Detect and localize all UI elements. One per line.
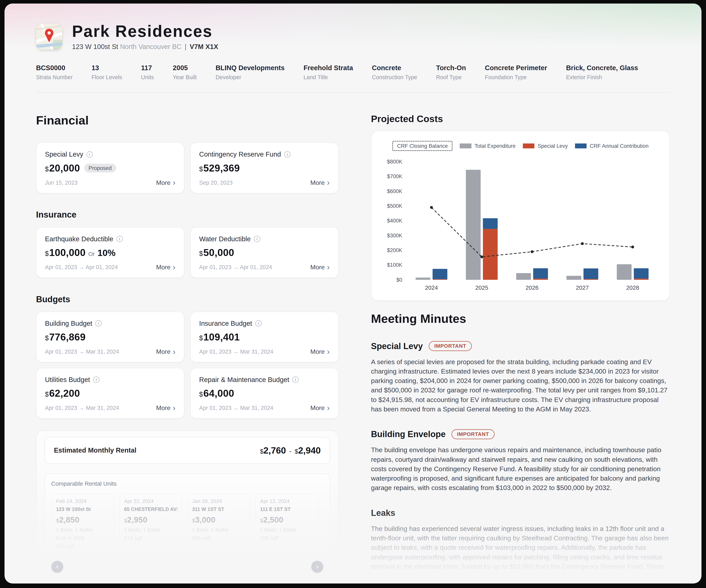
svg-text:$300K: $300K bbox=[387, 233, 402, 239]
card-title: Building Budget bbox=[45, 320, 92, 327]
stat-value: Brick, Concrete, Glass bbox=[566, 64, 638, 72]
more-button[interactable]: More › bbox=[310, 404, 329, 412]
page-title: Park Residences bbox=[72, 23, 218, 40]
legend-item: CRF Closing Balance bbox=[392, 141, 453, 151]
legend-item: CRF Annual Contribution bbox=[575, 143, 649, 149]
unit-beds-baths: 1 Beds, 1 Baths bbox=[56, 527, 110, 533]
more-button[interactable]: More › bbox=[156, 263, 175, 271]
more-button[interactable]: More › bbox=[310, 263, 329, 271]
info-icon[interactable]: i bbox=[86, 151, 93, 158]
address-street: 123 W 100st St bbox=[72, 43, 118, 50]
stat-value: Concrete bbox=[372, 64, 417, 72]
chevron-right-icon: › bbox=[173, 263, 175, 271]
stat-value: BLINQ Developments bbox=[215, 64, 284, 72]
more-button[interactable]: More › bbox=[310, 178, 329, 186]
unit-address: 65 CHESTERFIELD AVE bbox=[124, 506, 178, 512]
chevron-right-icon: › bbox=[173, 348, 175, 356]
financial-card: Special Levy i $ 20,000 Proposed Jun 15,… bbox=[36, 142, 185, 193]
info-icon[interactable]: i bbox=[292, 377, 299, 383]
unit-sqft: 674 sqft bbox=[124, 535, 178, 541]
amount-currency: $ bbox=[199, 165, 203, 173]
rental-estimate-card: Estimated Monthly Rental $2,760 - $2,940 bbox=[44, 437, 330, 464]
financial-cards: Special Levy i $ 20,000 Proposed Jun 15,… bbox=[36, 142, 339, 193]
card-title: Water Deductible bbox=[199, 235, 251, 243]
unit-date: Feb 14, 2024 bbox=[56, 498, 110, 504]
budget-card: Utilities Budget i $ 62,200 Apr 01, 2023… bbox=[36, 368, 185, 419]
stat-item: BLINQ Developments Developer bbox=[215, 64, 284, 80]
carousel-next-button[interactable]: › bbox=[311, 561, 323, 573]
financial-column: Financial Special Levy i $ 20,000 bbox=[36, 102, 339, 584]
unit-price: $2,500 bbox=[260, 515, 313, 524]
card-date: Apr 01, 2023 → Apr 01, 2024 bbox=[199, 264, 272, 270]
unit-built: Built in 2005 bbox=[56, 535, 110, 541]
minutes-text: The building envelope has undergone vari… bbox=[371, 445, 670, 492]
stat-value: 117 bbox=[141, 64, 154, 72]
stat-item: Freehold Strata Land Title bbox=[304, 64, 353, 80]
svg-text:$100K: $100K bbox=[387, 262, 402, 268]
svg-text:2028: 2028 bbox=[626, 284, 639, 291]
financial-card: Contingency Reserve Fund i $ 529,369 Sep bbox=[190, 142, 339, 193]
chevron-right-icon: › bbox=[327, 263, 330, 271]
amount-currency: $ bbox=[199, 250, 203, 257]
minutes-section: Building Envelope IMPORTANT The building… bbox=[371, 429, 670, 492]
card-date: Sep 20, 2023 bbox=[199, 179, 233, 186]
rental-unit-card[interactable]: Feb 14, 2024 123 W 100st St $2,850 1 Bed… bbox=[51, 493, 114, 555]
card-amount: $ 64,000 bbox=[199, 387, 330, 399]
svg-text:$800K: $800K bbox=[387, 159, 402, 165]
info-icon[interactable]: i bbox=[116, 236, 123, 242]
budget-cards: Building Budget i $ 776,869 Apr 01, 2023… bbox=[36, 312, 339, 419]
minutes-section: Leaks The building has experienced sever… bbox=[371, 508, 670, 571]
card-date: Apr 01, 2023 → Apr 01, 2024 bbox=[45, 264, 118, 270]
stat-label: Floor Levels bbox=[91, 74, 122, 81]
card-date: Apr 01, 2023 → Mar 31, 2024 bbox=[199, 348, 273, 355]
more-button[interactable]: More › bbox=[310, 348, 329, 356]
chart-legend: CRF Closing BalanceTotal ExpenditureSpec… bbox=[381, 141, 660, 151]
info-icon[interactable]: i bbox=[93, 377, 100, 383]
card-amount: $ 529,369 bbox=[199, 162, 330, 174]
amount-value: 776,869 bbox=[49, 331, 86, 343]
more-button[interactable]: More › bbox=[156, 178, 175, 186]
rental-unit-card[interactable]: Apr 22, 2024 65 CHESTERFIELD AVE $2,950 … bbox=[119, 493, 182, 555]
unit-date: Apr 22, 2024 bbox=[124, 498, 178, 504]
budgets-heading: Budgets bbox=[36, 294, 339, 304]
minutes-section-title: Special Levy bbox=[371, 341, 423, 351]
stat-value: Torch-On bbox=[436, 64, 466, 72]
amount-value: 100,000 bbox=[49, 247, 86, 258]
carousel-prev-button[interactable]: ‹ bbox=[51, 561, 63, 573]
amount-value: 529,369 bbox=[203, 162, 240, 174]
stat-item: Torch-On Roof Type bbox=[436, 64, 466, 80]
info-icon[interactable]: i bbox=[284, 151, 290, 158]
more-button[interactable]: More › bbox=[156, 348, 175, 356]
stats-row: BCS0000 Strata Number 13 Floor Levels 11… bbox=[36, 64, 670, 80]
address: 123 W 100st St North Vancouver BC | V7M … bbox=[72, 43, 218, 50]
svg-text:2027: 2027 bbox=[576, 284, 589, 291]
chevron-right-icon: › bbox=[327, 178, 330, 186]
stat-item: Concrete Perimeter Foundation Type bbox=[485, 64, 547, 80]
divider bbox=[36, 92, 670, 93]
info-icon[interactable]: i bbox=[256, 320, 262, 327]
unit-date: Jan 28, 2024 bbox=[192, 498, 245, 504]
amount-currency: $ bbox=[199, 391, 203, 398]
stat-item: BCS0000 Strata Number bbox=[36, 64, 73, 80]
more-button[interactable]: More › bbox=[156, 404, 175, 412]
card-title: Special Levy bbox=[45, 151, 83, 158]
projected-costs-card: CRF Closing BalanceTotal ExpenditureSpec… bbox=[371, 130, 670, 301]
rental-unit-card[interactable]: Jan 28, 2024 311 W 1ST ST $3,000 1 Beds,… bbox=[187, 493, 250, 555]
stat-item: Brick, Concrete, Glass Exterior Finish bbox=[566, 64, 638, 80]
rental-unit-card[interactable]: Apr 12, 2024 111 E 1ST ST $2,500 1 Beds,… bbox=[255, 493, 318, 555]
stat-value: BCS0000 bbox=[36, 64, 73, 72]
amount-alt-value: 10% bbox=[97, 248, 116, 258]
unit-price: $2,850 bbox=[56, 515, 110, 524]
info-icon[interactable]: i bbox=[95, 320, 102, 327]
amount-currency: $ bbox=[45, 250, 49, 257]
card-amount: $ 100,000 Or 10% bbox=[45, 247, 175, 258]
info-icon[interactable]: i bbox=[254, 236, 260, 242]
amount-currency: $ bbox=[45, 391, 49, 398]
stat-label: Year Built bbox=[173, 74, 197, 81]
rental-unit-card[interactable] bbox=[323, 493, 323, 555]
stat-label: Developer bbox=[215, 74, 284, 81]
svg-text:2026: 2026 bbox=[525, 284, 539, 291]
amount-currency: $ bbox=[45, 334, 49, 342]
stat-label: Strata Number bbox=[36, 74, 73, 81]
unit-address: 111 E 1ST ST bbox=[260, 506, 313, 512]
